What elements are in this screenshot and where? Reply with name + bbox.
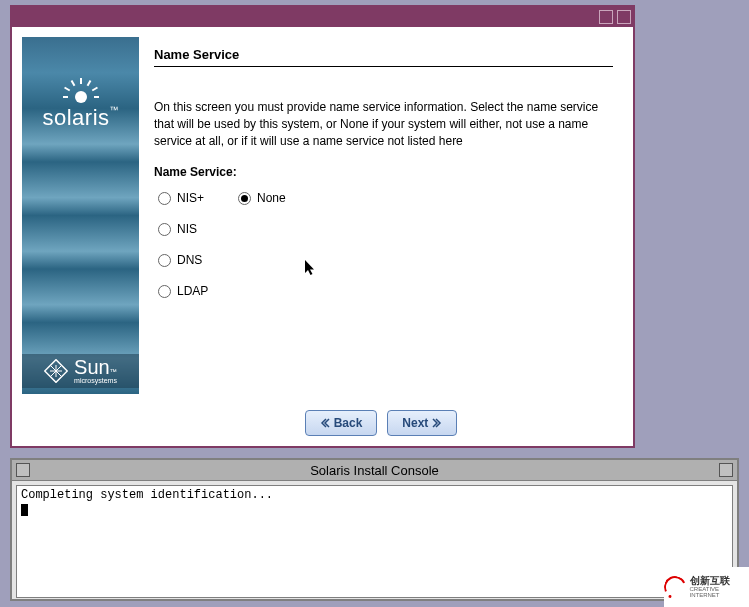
radio-label-dns: DNS	[177, 253, 202, 267]
back-button[interactable]: Back	[305, 410, 378, 436]
next-button[interactable]: Next	[387, 410, 457, 436]
svg-rect-3	[70, 80, 75, 86]
sun-subscript: microsystems	[74, 377, 117, 384]
radio-none[interactable]	[238, 192, 251, 205]
svg-rect-4	[91, 87, 97, 92]
sun-icon	[63, 75, 99, 103]
screen-description: On this screen you must provide name ser…	[154, 99, 613, 149]
radio-label-none: None	[257, 191, 286, 205]
svg-rect-2	[86, 80, 91, 86]
console-window: Solaris Install Console Completing syste…	[10, 458, 739, 601]
console-titlebar[interactable]: Solaris Install Console	[12, 460, 737, 481]
name-service-radio-group: NIS+ None NIS DNS	[154, 191, 613, 298]
corner-brand-main: 创新互联	[690, 576, 750, 586]
main-panel: Name Service On this screen you must pro…	[154, 37, 623, 400]
console-maximize-button[interactable]	[719, 463, 733, 477]
console-output: Completing system identification...	[16, 485, 733, 598]
console-menu-button[interactable]	[16, 463, 30, 477]
field-label-name-service: Name Service:	[154, 165, 613, 179]
side-banner: solaris™ Sun™ microsystems	[22, 37, 139, 394]
installer-titlebar[interactable]	[12, 7, 633, 27]
wizard-button-row: Back Next	[129, 400, 633, 446]
minimize-button[interactable]	[599, 10, 613, 24]
svg-rect-1	[80, 78, 82, 84]
corner-logo-icon	[661, 573, 689, 601]
radio-ldap[interactable]	[158, 285, 171, 298]
svg-rect-5	[64, 87, 70, 92]
solaris-wordmark: solaris	[42, 105, 109, 130]
corner-watermark: 创新互联 CREATIVE INTERNET	[664, 567, 749, 607]
screen-title: Name Service	[154, 47, 613, 67]
svg-point-0	[75, 91, 87, 103]
svg-rect-6	[94, 96, 99, 98]
radio-label-nis-plus: NIS+	[177, 191, 204, 205]
sun-logo-icon	[44, 359, 68, 383]
maximize-button[interactable]	[617, 10, 631, 24]
installer-body: solaris™ Sun™ microsystems	[12, 27, 633, 446]
radio-nis-plus[interactable]	[158, 192, 171, 205]
sun-wordmark: Sun	[74, 356, 110, 378]
radio-label-nis: NIS	[177, 222, 197, 236]
corner-brand-sub: CREATIVE INTERNET	[690, 586, 750, 598]
chevron-right-icon	[432, 418, 442, 428]
terminal-cursor	[21, 504, 28, 516]
installer-window: solaris™ Sun™ microsystems	[10, 5, 635, 448]
sun-brand: Sun™ microsystems	[22, 354, 139, 388]
console-title: Solaris Install Console	[30, 463, 719, 478]
chevron-left-icon	[320, 418, 330, 428]
radio-nis[interactable]	[158, 223, 171, 236]
next-button-label: Next	[402, 416, 428, 430]
radio-label-ldap: LDAP	[177, 284, 208, 298]
radio-dns[interactable]	[158, 254, 171, 267]
solaris-brand: solaris™	[22, 75, 139, 131]
console-line-1: Completing system identification...	[21, 488, 273, 502]
svg-rect-7	[63, 96, 68, 98]
back-button-label: Back	[334, 416, 363, 430]
